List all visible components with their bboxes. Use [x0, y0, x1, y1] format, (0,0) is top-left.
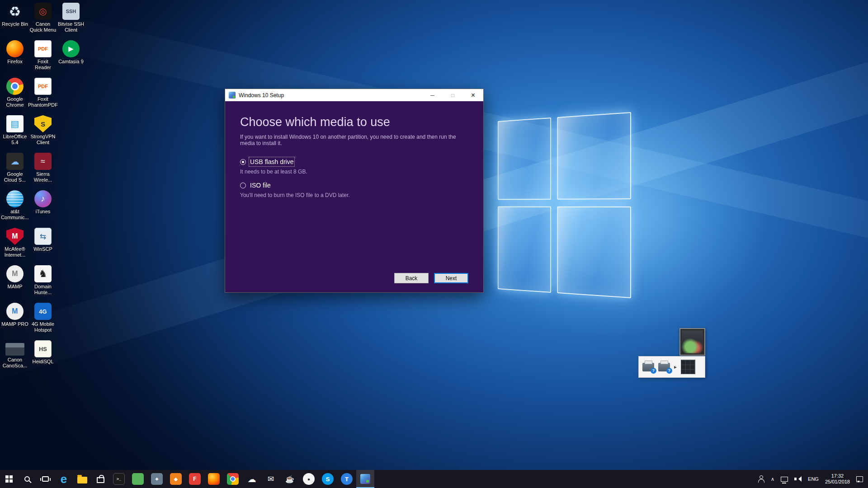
taskbar-app-blue[interactable]: T — [337, 470, 356, 488]
usb-radio-button[interactable] — [240, 159, 246, 165]
expand-arrow-icon[interactable]: ▸ — [674, 364, 677, 370]
clock[interactable]: 17:32 25/01/2018 — [822, 470, 853, 488]
taskbar-app-cloud[interactable]: ☁ — [242, 470, 261, 488]
window-controls: ─ □ × — [422, 89, 483, 101]
device-grid-icon[interactable] — [681, 360, 695, 374]
blue-app-icon: T — [341, 473, 353, 485]
desktop-icon-4g-hotspot[interactable]: 4G 4G Mobile Hotspot — [29, 303, 57, 340]
people-button[interactable] — [754, 470, 768, 488]
window-title: Windows 10 Setup — [239, 92, 284, 99]
icon-label: Bitvise SSH Client — [57, 21, 85, 33]
language-indicator[interactable]: ENG — [805, 470, 822, 488]
minimize-button[interactable]: ─ — [422, 89, 443, 101]
chrome-icon — [227, 473, 239, 485]
question-badge: ? — [666, 368, 672, 374]
search-button[interactable] — [18, 470, 36, 488]
task-view-icon — [42, 476, 49, 482]
volume-icon — [794, 476, 802, 482]
desktop-icon-foxit-reader[interactable]: PDF Foxit Reader — [29, 40, 57, 78]
printer-device-icon[interactable]: ? — [642, 363, 654, 371]
next-button[interactable]: Next — [434, 273, 468, 283]
window-titlebar[interactable]: Windows 10 Setup ─ □ × — [225, 89, 483, 101]
taskbar-app-mail[interactable]: ✉ — [261, 470, 280, 488]
taskbar-app-edge[interactable]: e — [54, 470, 73, 488]
heidisql-icon: HS — [34, 340, 52, 357]
taskbar-app-chrome[interactable] — [223, 470, 242, 488]
desktop-icon-bitvise-ssh[interactable]: SSH Bitvise SSH Client — [57, 3, 85, 40]
logo-pane — [498, 206, 551, 293]
firefox-icon — [6, 40, 24, 57]
icon-label: LibreOffice 5.4 — [1, 134, 29, 145]
back-button[interactable]: Back — [394, 273, 429, 283]
desktop-icon-grid: ♻ Recycle Bin ◎ Canon Quick Menu SSH Bit… — [1, 3, 85, 378]
round-app-icon: ● — [303, 473, 315, 485]
iso-option-label[interactable]: ISO file — [250, 182, 271, 189]
desktop-icon-mamp-pro[interactable]: M MAMP PRO — [1, 303, 29, 340]
taskbar-app-windows-10-setup[interactable] — [356, 470, 374, 488]
desktop-icon-firefox[interactable]: Firefox — [1, 40, 29, 78]
desktop-icon-heidisql[interactable]: HS HeidiSQL — [29, 340, 57, 378]
hidden-icons-button[interactable]: ∧ — [768, 470, 778, 488]
desktop-icon-mcafee[interactable]: M McAfee® Internet... — [1, 228, 29, 265]
icon-label: MAMP PRO — [1, 321, 28, 327]
maximize-button[interactable]: □ — [443, 89, 463, 101]
taskbar: e >_ ✦ ◆ F ☁ ✉ — [0, 470, 868, 488]
store-bag-icon — [97, 477, 104, 483]
usb-option-label[interactable]: USB flash drive — [250, 158, 293, 165]
windows-setup-icon — [360, 474, 370, 484]
taskbar-app-orange[interactable]: ◆ — [166, 470, 185, 488]
icon-label: at&t Communic... — [1, 209, 29, 221]
volume-button[interactable] — [791, 470, 805, 488]
icon-label: StrongVPN Client — [29, 134, 57, 145]
taskbar-app-skype[interactable]: S — [318, 470, 337, 488]
taskbar-app-firefox[interactable] — [204, 470, 223, 488]
desktop-icon-itunes[interactable]: ♪ iTunes — [29, 190, 57, 228]
taskbar-app-store[interactable] — [91, 470, 109, 488]
desktop-icon-canon-quick-menu[interactable]: ◎ Canon Quick Menu — [29, 3, 57, 40]
task-view-button[interactable] — [36, 470, 54, 488]
desktop-icon-libreoffice[interactable]: ▤ LibreOffice 5.4 — [1, 115, 29, 153]
google-cloud-icon: ☁ — [6, 153, 24, 170]
system-tray: ∧ ENG 17:32 25/01/2018 — [754, 470, 868, 488]
desktop-icon-domain-hunter[interactable]: ♞ Domain Hunte... — [29, 265, 57, 303]
preview-thumbnail-window[interactable] — [679, 328, 705, 356]
mail-icon: ✉ — [265, 473, 277, 485]
icon-label: HeidiSQL — [32, 359, 53, 365]
iso-file-option[interactable]: ISO file — [240, 182, 468, 189]
libreoffice-icon: ▤ — [6, 115, 24, 132]
utility-app-icon: ✦ — [151, 473, 163, 485]
taskbar-app-red[interactable]: F — [185, 470, 204, 488]
desktop-icon-foxit-phantompdf[interactable]: PDF Foxit PhantomPDF — [29, 78, 57, 115]
desktop-icon-canon-canoscan[interactable]: Canon CanoSca... — [1, 340, 29, 378]
taskbar-app-command-prompt[interactable]: >_ — [109, 470, 128, 488]
desktop-icon-camtasia[interactable]: ▶ Camtasia 9 — [57, 40, 85, 78]
desktop-icon-google-cloud[interactable]: ☁ Google Cloud S... — [1, 153, 29, 190]
desktop-icon-sierra-wireless[interactable]: ≈ Sierra Wirele... — [29, 153, 57, 190]
desktop-icon-recycle-bin[interactable]: ♻ Recycle Bin — [1, 3, 29, 40]
taskbar-app-round[interactable]: ● — [299, 470, 318, 488]
desktop-icon-att-communication[interactable]: at&t Communic... — [1, 190, 29, 228]
icon-label: WinSCP — [33, 246, 52, 252]
icon-label: Canon CanoSca... — [1, 357, 29, 369]
close-button[interactable]: × — [463, 89, 483, 101]
taskbar-app-green[interactable] — [128, 470, 147, 488]
network-button[interactable] — [778, 470, 791, 488]
people-icon — [757, 475, 764, 483]
windows-hero-logo — [498, 112, 631, 298]
foxit-reader-icon: PDF — [34, 40, 52, 57]
action-center-button[interactable] — [853, 470, 866, 488]
desktop-icon-winscp[interactable]: ⇆ WinSCP — [29, 228, 57, 265]
taskbar-app-java[interactable]: ☕ — [280, 470, 299, 488]
taskbar-app-utility[interactable]: ✦ — [147, 470, 166, 488]
desktop-icon-mamp[interactable]: M MAMP — [1, 265, 29, 303]
start-button[interactable] — [0, 470, 18, 488]
desktop-icon-strongvpn[interactable]: S StrongVPN Client — [29, 115, 57, 153]
usb-flash-drive-option[interactable]: USB flash drive — [240, 158, 468, 165]
mamp-pro-icon: M — [6, 303, 24, 320]
logo-pane — [557, 206, 631, 298]
sierra-wireless-icon: ≈ — [34, 153, 52, 170]
printer-device-icon[interactable]: ? — [658, 363, 670, 371]
desktop-icon-google-chrome[interactable]: Google Chrome — [1, 78, 29, 115]
taskbar-app-file-explorer[interactable] — [73, 470, 91, 488]
iso-radio-button[interactable] — [240, 183, 246, 188]
